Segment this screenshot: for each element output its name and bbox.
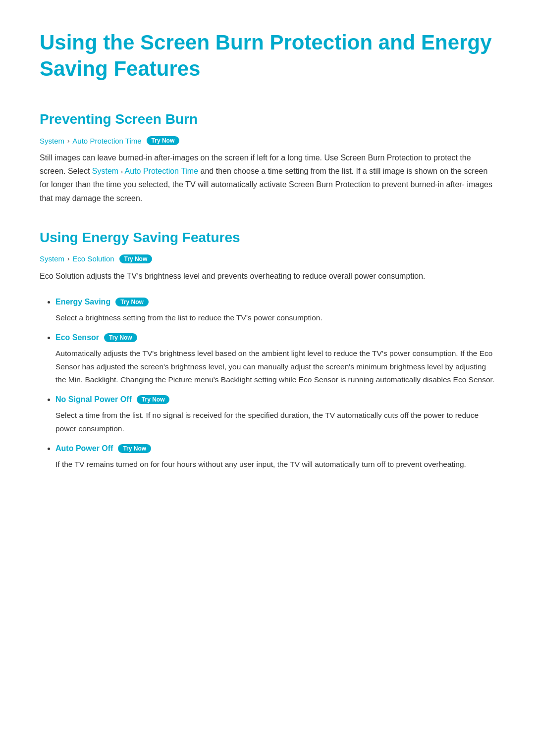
page-title: Using the Screen Burn Protection and Ene…: [40, 30, 495, 82]
link-auto-protection-time[interactable]: Auto Protection Time: [125, 167, 199, 175]
feature-desc-eco-sensor: Automatically adjusts the TV's brightnes…: [55, 347, 495, 386]
try-now-badge-eco-sensor[interactable]: Try Now: [104, 333, 137, 342]
link-min-backlight[interactable]: Min. Backlight: [68, 375, 116, 384]
feature-label-energy-saving: Energy Saving: [55, 298, 110, 306]
energy-saving-intro: Eco Solution adjusts the TV’s brightness…: [40, 269, 495, 283]
link-backlight[interactable]: Backlight: [221, 375, 252, 384]
feature-label-auto-power-off: Auto Power Off: [55, 444, 113, 453]
link-eco-sensor-inline-2[interactable]: Eco Sensor: [453, 375, 492, 384]
list-item-no-signal-power-off: No Signal Power Off Try Now Select a tim…: [55, 395, 495, 435]
list-item-auto-power-off: Auto Power Off Try Now If the TV remains…: [55, 444, 495, 471]
breadcrumb-auto-protection-time[interactable]: Auto Protection Time: [72, 137, 141, 145]
breadcrumb-preventing: System › Auto Protection Time Try Now: [40, 136, 495, 145]
section-title-preventing-screen-burn: Preventing Screen Burn: [40, 111, 495, 127]
feature-desc-auto-power-off: If the TV remains turned on for four hou…: [55, 458, 495, 471]
preventing-screen-burn-body: Still images can leave burned-in after-i…: [40, 151, 495, 205]
breadcrumb-system-2[interactable]: System: [40, 254, 64, 263]
list-item-eco-sensor: Eco Sensor Try Now Automatically adjusts…: [55, 333, 495, 386]
try-now-badge-2[interactable]: Try Now: [119, 254, 153, 263]
list-item-energy-saving: Energy Saving Try Now Select a brightnes…: [55, 298, 495, 324]
chevron-icon-1: ›: [67, 137, 69, 145]
feature-label-eco-sensor: Eco Sensor: [55, 333, 99, 342]
link-system-1[interactable]: System: [92, 167, 118, 175]
section-energy-saving: Using Energy Saving Features System › Ec…: [40, 230, 495, 471]
feature-desc-energy-saving: Select a brightness setting from the lis…: [55, 311, 495, 324]
feature-title-eco-sensor: Eco Sensor Try Now: [55, 333, 137, 342]
chevron-icon-2: ›: [67, 255, 69, 262]
feature-title-auto-power-off: Auto Power Off Try Now: [55, 444, 151, 453]
try-now-badge-no-signal-power-off[interactable]: Try Now: [137, 395, 170, 404]
try-now-badge-energy-saving[interactable]: Try Now: [115, 298, 149, 306]
try-now-badge-auto-power-off[interactable]: Try Now: [118, 444, 151, 453]
section-title-energy-saving: Using Energy Saving Features: [40, 230, 495, 246]
feature-desc-no-signal-power-off: Select a time from the list. If no signa…: [55, 409, 495, 435]
feature-title-no-signal-power-off: No Signal Power Off Try Now: [55, 395, 169, 404]
try-now-badge-1[interactable]: Try Now: [147, 136, 180, 145]
breadcrumb-system-1[interactable]: System: [40, 137, 64, 145]
link-picture[interactable]: Picture: [168, 375, 192, 384]
feature-label-no-signal-power-off: No Signal Power Off: [55, 395, 132, 404]
breadcrumb-energy: System › Eco Solution Try Now: [40, 254, 495, 263]
section-preventing-screen-burn: Preventing Screen Burn System › Auto Pro…: [40, 111, 495, 205]
link-eco-sensor-inline-1[interactable]: Eco Sensor: [299, 375, 338, 384]
breadcrumb-eco-solution[interactable]: Eco Solution: [72, 254, 114, 263]
feature-title-energy-saving: Energy Saving Try Now: [55, 298, 149, 306]
feature-list: Energy Saving Try Now Select a brightnes…: [40, 298, 495, 471]
